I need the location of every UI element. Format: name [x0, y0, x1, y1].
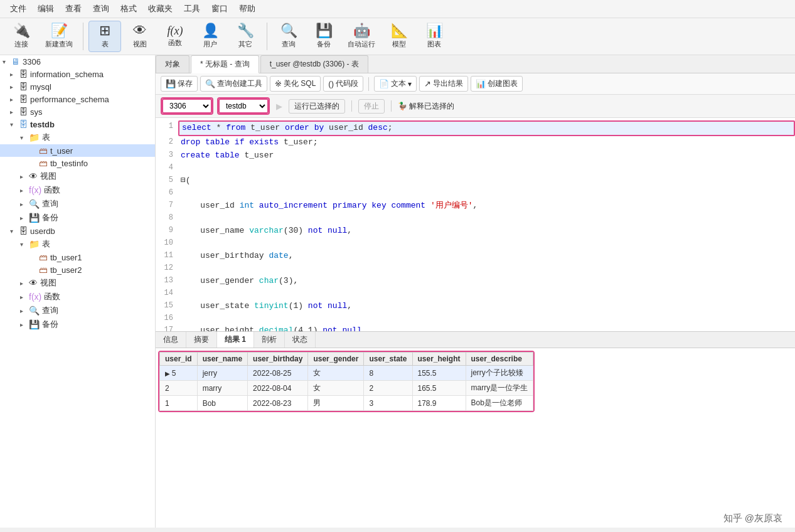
sidebar-item-userdb[interactable]: ▾ 🗄 userdb: [0, 225, 155, 237]
menu-favorites[interactable]: 收藏夹: [143, 1, 178, 16]
menu-format[interactable]: 格式: [115, 1, 142, 16]
db-selector-1[interactable]: 3306: [162, 98, 212, 114]
bottom-tab-profile[interactable]: 剖析: [254, 332, 285, 348]
line-num-9: 9: [156, 225, 178, 237]
toolbar-function[interactable]: f(x) 函数: [159, 23, 191, 50]
toolbar-query[interactable]: 🔍 查询: [272, 21, 305, 51]
stop-sep: [391, 100, 392, 112]
table-row[interactable]: 2 marry 2022-08-04 女 2 165.5 marry是一位学生: [160, 381, 533, 396]
btn-code-snippet[interactable]: () 代码段: [323, 76, 363, 92]
sidebar-item-tb-user1[interactable]: 🗃 tb_user1: [0, 251, 155, 263]
sidebar-item-t-user[interactable]: 🗃 t_user: [0, 144, 155, 157]
toolbar-other[interactable]: 🔧 其它: [229, 21, 262, 51]
tab-t-user-table[interactable]: t_user @testdb (3306) - 表: [260, 55, 368, 73]
toolbar-user[interactable]: 👤 用户: [194, 21, 227, 51]
snippet-icon: (): [328, 79, 334, 88]
bottom-tab-result1[interactable]: 结果 1: [217, 332, 254, 348]
btn-export-result[interactable]: ↗ 导出结果: [419, 76, 468, 92]
menu-query[interactable]: 查询: [88, 1, 114, 16]
toolbar-chart[interactable]: 📊 图表: [418, 21, 451, 51]
sidebar-item-userdb-queries[interactable]: ▸ 🔍 查询: [0, 304, 155, 317]
toolbar-view[interactable]: 👁 视图: [124, 21, 156, 51]
sidebar-item-userdb-views[interactable]: ▸ 👁 视图: [0, 276, 155, 290]
btn-text[interactable]: 📄 文本 ▾: [374, 76, 417, 92]
toggle-testdb-queries: ▸: [20, 201, 28, 208]
btn-save[interactable]: 💾 保存: [161, 76, 198, 92]
cell-user-describe-2: marry是一位学生: [466, 381, 533, 396]
toolbar-table-label: 表: [102, 40, 109, 49]
code-line-1: 1 select * from t_user order by user_id …: [156, 120, 795, 136]
toolbar-auto-run[interactable]: 🤖 自动运行: [343, 21, 380, 51]
sidebar-item-testdb-queries[interactable]: ▸ 🔍 查询: [0, 197, 155, 211]
sidebar-item-testdb-backups[interactable]: ▸ 💾 备份: [0, 211, 155, 225]
toolbar-model[interactable]: 📐 模型: [383, 21, 415, 51]
db-selector-2[interactable]: testdb: [218, 98, 269, 114]
cell-user-height-2: 165.5: [412, 381, 466, 396]
function-icon: f(x): [168, 25, 183, 36]
sidebar-item-testdb[interactable]: ▾ 🗄 testdb: [0, 118, 155, 130]
btn-create-chart[interactable]: 📊 创建图表: [471, 76, 523, 92]
sidebar-item-testdb-tables[interactable]: ▾ 📁 表: [0, 130, 155, 144]
menu-tools[interactable]: 工具: [179, 1, 205, 16]
tab-no-title-query[interactable]: * 无标题 - 查询: [191, 55, 259, 73]
btn-chart-label: 创建图表: [488, 78, 518, 89]
db-icon-info: 🗄: [19, 69, 28, 79]
code-editor[interactable]: 1 select * from t_user order by user_id …: [156, 118, 795, 331]
sidebar-label-userdb: userdb: [30, 226, 55, 236]
col-header-user-gender: user_gender: [308, 353, 364, 366]
toolbar-table[interactable]: ⊞ 表: [88, 21, 121, 52]
toolbar-backup[interactable]: 💾 备份: [307, 21, 340, 51]
col-header-user-birthday: user_birthday: [248, 353, 308, 366]
line-num-6: 6: [156, 187, 178, 199]
sidebar-item-tb-user2[interactable]: 🗃 tb_user2: [0, 263, 155, 276]
sidebar-item-userdb-backups[interactable]: ▸ 💾 备份: [0, 317, 155, 331]
explain-label: 解释已选择的: [409, 101, 454, 112]
btn-beautify-sql[interactable]: ※ 美化 SQL: [270, 76, 321, 92]
db-icon-mysql: 🗄: [19, 82, 28, 92]
run-selected-btn[interactable]: 运行已选择的: [289, 99, 345, 114]
cell-user-state-1: 8: [364, 366, 412, 381]
sidebar-item-3306[interactable]: ▾ 🖥 3306: [0, 55, 155, 68]
btn-query-tool[interactable]: 🔍 查询创建工具: [200, 76, 267, 92]
explain-btn[interactable]: 🦆 解释已选择的: [398, 101, 454, 112]
folder-icon-backups: 💾: [29, 213, 40, 223]
toolbar-new-query[interactable]: 📝 新建查询: [40, 21, 78, 51]
bottom-tab-info[interactable]: 信息: [156, 332, 186, 348]
sidebar-item-tb-testinfo[interactable]: 🗃 tb_testinfo: [0, 157, 155, 169]
sidebar-item-perf-schema[interactable]: ▸ 🗄 performance_schema: [0, 93, 155, 105]
cell-user-birthday-1: 2022-08-25: [248, 366, 308, 381]
db-selector-wrapper-1: 3306: [161, 97, 213, 115]
chart-icon: 📊: [426, 24, 443, 38]
menu-view[interactable]: 查看: [60, 1, 87, 16]
toggle-tb-user2: [30, 267, 38, 274]
col-header-user-name: user_name: [197, 353, 247, 366]
sidebar-item-testdb-functions[interactable]: ▸ f(x) 函数: [0, 183, 155, 197]
toolbar-connect[interactable]: 🔌 连接: [5, 21, 38, 51]
sidebar-item-information-schema[interactable]: ▸ 🗄 information_schema: [0, 68, 155, 80]
table-icon-t-user: 🗃: [39, 146, 48, 156]
menu-help[interactable]: 帮助: [234, 1, 260, 16]
line-num-4: 4: [156, 162, 178, 174]
col-header-user-state: user_state: [364, 353, 412, 366]
cell-user-name-2: marry: [197, 381, 247, 396]
sidebar-item-testdb-views[interactable]: ▸ 👁 视图: [0, 169, 155, 183]
table-row[interactable]: ▶ 5 jerry 2022-08-25 女 8 155.5 jerry个子比较…: [160, 366, 533, 381]
sidebar-item-userdb-functions[interactable]: ▸ f(x) 函数: [0, 290, 155, 304]
stop-btn[interactable]: 停止: [358, 99, 385, 114]
sidebar-item-mysql[interactable]: ▸ 🗄 mysql: [0, 80, 155, 93]
menu-edit[interactable]: 编辑: [33, 1, 59, 16]
btn-text-label: 文本: [391, 78, 406, 89]
tab-objects[interactable]: 对象: [156, 55, 189, 73]
bottom-tab-summary[interactable]: 摘要: [186, 332, 217, 348]
menu-file[interactable]: 文件: [5, 1, 31, 16]
bottom-tab-status[interactable]: 状态: [285, 332, 316, 348]
table-row[interactable]: 1 Bob 2022-08-23 男 3 178.9 Bob是一位老师: [160, 396, 533, 411]
menu-window[interactable]: 窗口: [206, 1, 233, 16]
sidebar-item-sys[interactable]: ▸ 🗄 sys: [0, 105, 155, 118]
toolbar-function-label: 函数: [168, 38, 182, 48]
sidebar-item-userdb-tables[interactable]: ▾ 📁 表: [0, 237, 155, 251]
results-area: user_id user_name user_birthday user_gen…: [156, 348, 795, 417]
line-num-15: 15: [156, 300, 178, 312]
btn-beautify-label: 美化 SQL: [284, 78, 316, 89]
sidebar-label-info: information_schema: [30, 70, 104, 79]
